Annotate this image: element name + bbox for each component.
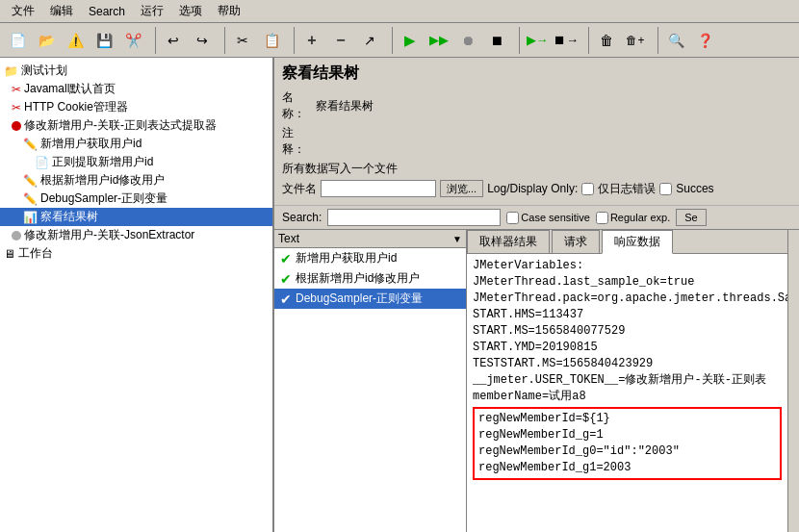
new-button[interactable]: 📄	[4, 27, 31, 54]
file-row: 文件名 浏览... Log/Display Only: 仅日志错误 Succes	[282, 180, 791, 197]
right-scrollbar[interactable]	[787, 230, 799, 532]
highlighted-line-3: regNewMemberId_g1=2003	[478, 460, 776, 476]
remove-button[interactable]: −	[327, 27, 354, 54]
tabs-row: 取样器结果 请求 响应数据	[467, 230, 787, 254]
remote-stop-button[interactable]: ⏹→	[553, 27, 580, 54]
toolbar-separator-3	[289, 27, 295, 54]
tree-item-debug-sampler[interactable]: ✏️ DebugSampler-正则变量	[0, 190, 272, 208]
tree-item-testplan[interactable]: 📁 测试计划	[0, 62, 272, 80]
open-icon: 📂	[39, 33, 55, 48]
javamall-icon: ✂	[12, 83, 21, 96]
add-icon: +	[307, 32, 316, 49]
tree-item-workbench[interactable]: 🖥 工作台	[0, 244, 272, 263]
tree-item-label: 测试计划	[21, 63, 67, 79]
toolbar-separator-7	[653, 27, 658, 54]
save-as-icon: ⚠️	[67, 33, 84, 48]
workbench-icon: 🖥	[4, 247, 15, 261]
menu-edit[interactable]: 编辑	[42, 1, 81, 21]
modify-icon: ✏️	[23, 174, 38, 188]
open-button[interactable]: 📂	[33, 27, 60, 54]
save-as-button[interactable]: ⚠️	[62, 27, 89, 54]
menu-help[interactable]: 帮助	[210, 1, 248, 21]
tab-response-data[interactable]: 响应数据	[602, 230, 673, 254]
tree-item-label: Javamall默认首页	[24, 81, 116, 97]
search-input[interactable]	[327, 209, 501, 226]
regular-exp-label: Regular exp.	[596, 212, 670, 224]
testplan-icon: 📁	[4, 64, 18, 78]
toolbar-separator-2	[219, 27, 225, 54]
result-item-label-1: 根据新增用户id修改用户	[296, 270, 420, 287]
tab-request[interactable]: 请求	[552, 230, 600, 253]
search-toolbar-button[interactable]: 🔍	[662, 27, 689, 54]
only-errors-checkbox[interactable]	[581, 183, 594, 195]
highlighted-line-2: regNewMemberId_g0="id":"2003"	[478, 443, 776, 460]
content-area: Text ▼ ✔ 新增用户获取用户id ✔ 根据新增用户id修改用户 ✔ Deb…	[274, 229, 799, 532]
result-item-label-2: DebugSampler-正则变量	[296, 291, 423, 307]
toolbar-separator-1	[150, 27, 156, 54]
help-icon: ❓	[697, 33, 713, 48]
regular-exp-checkbox[interactable]	[596, 212, 608, 224]
copy-button[interactable]: ✂	[229, 27, 256, 54]
tree-item-label: 根据新增用户id修改用户	[40, 172, 165, 189]
tree-item-label: HTTP Cookie管理器	[24, 99, 128, 115]
cookie-icon: ✂	[12, 101, 21, 114]
tree-item-label: 正则提取新增用户id	[52, 154, 153, 170]
tree-item-add-user[interactable]: ✏️ 新增用户获取用户id	[0, 135, 272, 153]
data-line-0: JMeterVariables:	[473, 258, 782, 274]
browse-button[interactable]: 浏览...	[440, 180, 483, 197]
tree-item-javamall[interactable]: ✂ Javamall默认首页	[0, 80, 272, 98]
comment-row: 注释：	[282, 125, 791, 158]
play-button[interactable]: ▶	[397, 27, 424, 54]
tree-item-view-results[interactable]: 📊 察看结果树	[0, 208, 272, 226]
tree-item-label: 察看结果树	[40, 209, 98, 225]
redo-button[interactable]: ↪	[189, 27, 216, 54]
tree-item-regex-extractor[interactable]: 修改新增用户-关联-正则表达式提取器	[0, 116, 272, 135]
menu-run[interactable]: 运行	[133, 1, 171, 21]
name-value: 察看结果树	[316, 98, 791, 114]
help-button[interactable]: ❓	[691, 27, 718, 54]
success-checkbox[interactable]	[659, 183, 672, 195]
search-button[interactable]: Se	[676, 209, 706, 226]
result-item-0[interactable]: ✔ 新增用户获取用户id	[274, 248, 466, 268]
menu-file[interactable]: 文件	[4, 1, 42, 21]
expand-button[interactable]: ↗	[356, 27, 383, 54]
search-icon: 🔍	[668, 33, 684, 48]
undo-icon: ↩	[168, 33, 179, 48]
result-green-icon-0: ✔	[280, 251, 292, 266]
menu-options[interactable]: 选项	[171, 1, 210, 21]
tree-item-cookie[interactable]: ✂ HTTP Cookie管理器	[0, 98, 272, 116]
stop-now-button[interactable]: ⏹	[483, 27, 510, 54]
remote-start-button[interactable]: ▶→	[524, 27, 551, 54]
highlighted-section: regNewMemberId=${1} regNewMemberId_g=1 r…	[473, 407, 782, 480]
tree-item-modify-user[interactable]: ✏️ 根据新增用户id修改用户	[0, 171, 272, 190]
cut-button[interactable]: ✂️	[119, 27, 146, 54]
play-fast-button[interactable]: ▶▶	[425, 27, 452, 54]
file-input[interactable]	[321, 180, 436, 197]
add-button[interactable]: +	[298, 27, 325, 54]
tree-item-json-extractor[interactable]: 修改新增用户-关联-JsonExtractor	[0, 226, 272, 244]
all-data-label: 所有数据写入一个文件	[282, 161, 791, 177]
result-green-icon-2: ✔	[280, 291, 292, 307]
undo-button[interactable]: ↩	[160, 27, 187, 54]
paste-icon: 📋	[264, 33, 280, 48]
name-label: 名称：	[282, 89, 316, 122]
save-button[interactable]: 💾	[90, 27, 117, 54]
tree-item-regex-extract[interactable]: 📄 正则提取新增用户id	[0, 153, 272, 171]
right-panel: 察看结果树 名称： 察看结果树 注释： 所有数据写入一个文件 文件名 浏览...…	[274, 58, 799, 532]
text-dropdown-arrow[interactable]: ▼	[452, 234, 462, 244]
clear-button[interactable]: 🗑	[593, 27, 620, 54]
case-sensitive-checkbox[interactable]	[506, 212, 519, 224]
result-item-2[interactable]: ✔ DebugSampler-正则变量	[274, 289, 466, 309]
clear-all-button[interactable]: 🗑+	[622, 27, 649, 54]
file-label: 文件名	[282, 181, 317, 197]
paste-button[interactable]: 📋	[258, 27, 285, 54]
success-label: Succes	[676, 182, 713, 195]
tab-sampler-result[interactable]: 取样器结果	[467, 230, 550, 253]
stop-now-icon: ⏹	[490, 33, 503, 48]
menu-search[interactable]: Search	[81, 3, 133, 20]
data-line-3: START.HMS=113437	[473, 307, 782, 323]
tree-item-label: 新增用户获取用户id	[40, 136, 142, 152]
stop-button[interactable]: ⏺	[454, 27, 481, 54]
data-line-8: memberName=试用a8	[473, 389, 782, 405]
result-item-1[interactable]: ✔ 根据新增用户id修改用户	[274, 268, 466, 289]
